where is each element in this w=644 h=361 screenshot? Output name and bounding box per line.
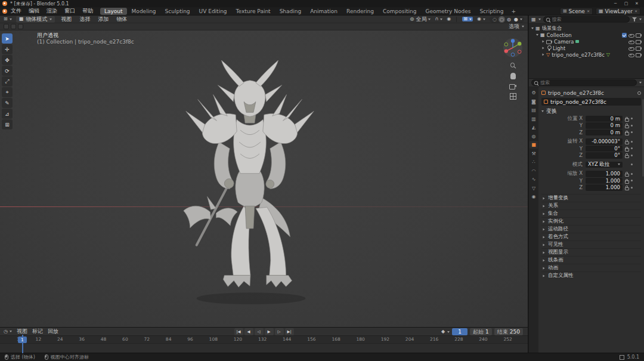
location-x-field[interactable]: 0 m [586,116,623,122]
disable-render-icon[interactable] [636,39,642,44]
hide-eye-icon[interactable] [628,39,634,44]
properties-tab-world[interactable]: ◍ [530,132,538,140]
frame-end-field[interactable]: 结束 250 [494,328,523,335]
tool-settings-icon[interactable] [18,24,23,29]
keyframe-dot[interactable] [631,118,633,119]
location-y-field[interactable]: 0 m [586,122,623,129]
hide-eye-icon[interactable] [628,45,634,51]
zoom-icon[interactable] [510,62,516,69]
disable-render-icon[interactable] [636,52,642,57]
tool-transform[interactable]: ⌖ [2,87,13,97]
prev-keyframe-button[interactable]: ◀ [244,328,253,335]
workspace-tab-uv-editing[interactable]: UV Editing [195,8,231,15]
next-keyframe-button[interactable]: ▷ [275,328,284,335]
pin-icon[interactable] [637,91,641,95]
keyframe-dot[interactable] [631,147,633,149]
jump-end-button[interactable]: ▶| [285,328,294,335]
collection-checkbox[interactable] [622,33,627,38]
lock-icon[interactable] [624,172,628,176]
outliner-row-light[interactable]: Light [529,45,644,51]
section-relations[interactable]: 关系 [541,202,641,209]
section-custom-properties[interactable]: 自定义属性 [541,271,641,279]
expand-icon[interactable] [543,47,544,50]
keyframe-dot[interactable] [631,125,633,126]
scene-selector[interactable]: ⊞ Scene ✕ [560,8,593,15]
keyframe-dot[interactable] [631,187,633,189]
navigation-gizmo[interactable] [503,38,523,58]
lock-icon[interactable] [624,186,628,190]
workspace-tab-modeling[interactable]: Modeling [128,8,160,15]
camera-view-icon[interactable] [509,84,516,89]
model-tripo-node[interactable] [161,60,339,309]
outliner-row-scene-collection[interactable]: ▦ 场景集合 [529,25,644,32]
gizmos-toggle[interactable]: ⊞ [462,17,473,21]
properties-tab-object[interactable]: ■ [530,141,538,149]
properties-tab-view-layer[interactable]: ▥ [530,115,538,123]
scale-y-field[interactable]: 1.000 [586,178,623,184]
lock-icon[interactable] [624,140,628,144]
viewport-canvas[interactable]: 用户透视 (1) Collection | tripo_node_e27c3f8… [0,30,528,327]
menu-help[interactable]: 帮助 [79,7,97,15]
current-frame-field[interactable]: 1 [452,328,467,335]
rotation-mode-select[interactable]: XYZ 欧拉 [586,162,623,168]
tool-rotate[interactable]: ⟳ [2,66,13,76]
section-animation[interactable]: 动画 [541,264,641,271]
outliner-row-camera[interactable]: Camera [529,38,644,45]
lock-icon[interactable] [624,116,628,121]
tool-settings-icon[interactable] [11,24,16,29]
viewport-menu-add[interactable]: 添加 [96,16,110,23]
scale-x-field[interactable]: 1.000 [586,171,623,177]
workspace-tab-layout[interactable]: Layout [100,8,127,15]
timeline-track-area[interactable] [0,344,528,353]
timeline-ruler[interactable]: 1 12 24 36 48 60 72 84 96 108 120 132 14… [0,336,528,344]
menu-render[interactable]: 渲染 [43,7,61,15]
properties-tab-tool[interactable]: ⚙ [530,89,538,97]
disable-render-icon[interactable] [636,32,642,38]
workspace-tab-texture-paint[interactable]: Texture Paint [232,8,275,15]
mode-dropdown[interactable]: ■ 物体模式 [16,16,55,23]
viewlayer-selector[interactable]: ▦ ViewLayer ✕ [596,8,640,15]
pan-hand-icon[interactable] [510,73,516,79]
workspace-tab-sculpting[interactable]: Sculpting [161,8,194,15]
section-line-art[interactable]: 线条画 [541,256,641,264]
timeline-menu-marker[interactable]: 标记 [32,328,43,335]
menu-file[interactable]: 文件 [7,7,25,15]
properties-tab-scene[interactable]: ◭ [530,124,538,131]
tool-scale[interactable]: ⤢ [2,76,13,87]
close-button[interactable]: ✕ [632,1,642,7]
properties-tab-output[interactable]: ▤ [530,106,538,114]
expand-icon[interactable] [531,27,534,29]
add-workspace-button[interactable]: + [508,8,519,14]
menu-window[interactable]: 窗口 [61,7,79,15]
overlays-toggle[interactable]: ◉ [477,17,485,21]
minimize-button[interactable]: ─ [611,1,620,7]
rotation-y-field[interactable]: 0° [586,146,623,152]
transform-panel-header[interactable]: 变换 [541,107,641,115]
viewport-menu-object[interactable]: 物体 [114,16,129,23]
section-collections[interactable]: 集合 [541,209,641,217]
outliner-row-collection[interactable]: ▦ Collection [529,32,644,38]
shading-rendered-button[interactable]: ● [513,16,519,23]
orientation-dropdown[interactable]: ◍ 全局 [410,16,431,23]
maximize-button[interactable]: ▢ [621,1,631,7]
workspace-tab-shading[interactable]: Shading [275,8,306,15]
shading-material-button[interactable]: ◍ [506,16,512,23]
workspace-tab-compositing[interactable]: Compositing [379,8,420,15]
snap-toggle[interactable]: ∩ [435,17,442,21]
playhead[interactable]: 1 [18,337,27,343]
tool-measure[interactable]: ⊿ [2,109,13,119]
expand-icon[interactable] [536,34,538,36]
properties-tab-constraints[interactable]: ∿ [530,175,538,183]
properties-tab-modifiers[interactable]: ⚒ [530,150,538,158]
shading-wireframe-button[interactable]: ◌ [491,16,498,23]
proportional-editing-toggle[interactable]: ◉ [447,17,451,21]
hide-eye-icon[interactable] [628,32,634,38]
play-reverse-button[interactable]: ◁ [255,328,264,335]
lock-icon[interactable] [624,124,628,128]
section-motion-paths[interactable]: 运动路径 [541,225,641,233]
timeline-editor-type-button[interactable]: ◷ [4,329,12,334]
tool-settings-icon[interactable] [4,24,9,29]
lock-icon[interactable] [624,146,628,150]
properties-tab-particles[interactable]: ∴ [530,158,538,166]
filter-icon[interactable] [632,17,637,21]
